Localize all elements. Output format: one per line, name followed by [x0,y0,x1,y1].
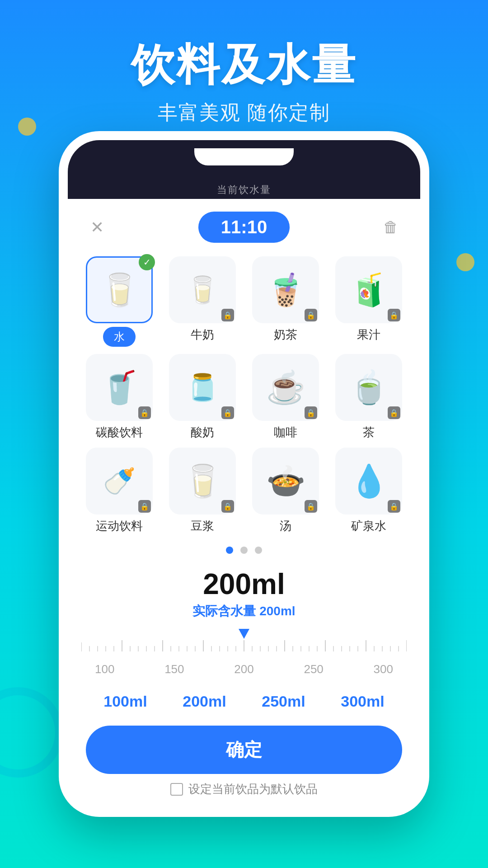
lock-badge-coffee: 🔒 [305,406,317,419]
drink-icon-soda: 🥤 🔒 [86,354,153,421]
drink-item-water[interactable]: 🥛 ✓ 水 [81,256,157,347]
default-checkbox-area[interactable]: 设定当前饮品为默认饮品 [68,781,420,808]
top-bar: ✕ 11:10 🗑 [68,199,420,252]
lock-badge-soda: 🔒 [138,406,151,419]
drink-item-yogurt[interactable]: 🫙 🔒 酸奶 [164,354,240,440]
drink-icon-soup: 🍲 🔒 [252,448,319,514]
drink-item-soy[interactable]: 🥛 🔒 豆浆 [164,448,240,534]
lock-badge-soup: 🔒 [305,500,317,513]
lock-badge-juice: 🔒 [388,309,400,321]
page-dot-2[interactable] [240,547,248,554]
volume-display: 200ml 实际含水量 200ml [68,563,420,622]
drink-name-soy: 豆浆 [191,518,214,534]
drink-name-water: 水 [103,327,136,347]
drink-item-soup[interactable]: 🍲 🔒 汤 [248,448,324,534]
drink-name-milk: 牛奶 [191,327,214,343]
status-bar: 当前饮水量 [68,181,420,199]
drink-item-tea[interactable]: 🍵 🔒 茶 [331,354,407,440]
drink-icon-sport: 🍼 🔒 [86,448,153,514]
close-button[interactable]: ✕ [86,218,108,237]
delete-button[interactable]: 🗑 [380,218,402,236]
lock-badge-soy: 🔒 [221,500,234,513]
drink-icon-soy: 🥛 🔒 [169,448,236,514]
ruler-area[interactable]: 100 150 200 250 300 [68,622,420,680]
drink-name-juice: 果汁 [357,327,380,343]
volume-main: 200ml [68,567,420,601]
status-text: 当前饮水量 [217,183,271,197]
drink-name-soup: 汤 [280,518,291,534]
drink-icon-water: 🥛 ✓ [86,256,153,323]
lock-badge-sport: 🔒 [138,500,151,513]
drink-name-soda: 碳酸饮料 [96,425,143,440]
ruler-label-150: 150 [164,662,184,676]
ruler-marker [239,629,249,639]
phone-body: 当前饮水量 ✕ 11:10 🗑 🥛 ✓ 水 [59,131,429,817]
page-dot-1[interactable] [226,547,233,554]
quick-volumes: 100ml 200ml 250ml 300ml [68,680,420,721]
drink-icon-tea: 🍵 🔒 [335,354,402,421]
ruler-label-250: 250 [304,662,323,676]
drink-icon-juice: 🧃 🔒 [335,256,402,323]
ruler-label-300: 300 [374,662,393,676]
page-subtitle: 丰富美观 随你定制 [0,99,488,126]
phone-notch-area [68,140,420,181]
drink-item-milk[interactable]: 🥛 🔒 牛奶 [164,256,240,347]
quick-vol-100[interactable]: 100ml [96,689,154,714]
drink-icon-milktea: 🧋 🔒 [252,256,319,323]
check-badge-water: ✓ [139,254,155,270]
drink-grid: 🥛 ✓ 水 🥛 🔒 牛奶 🧋 � [68,252,420,543]
quick-vol-300[interactable]: 300ml [333,689,391,714]
drink-name-sport: 运动饮料 [96,518,143,534]
page-dot-3[interactable] [255,547,262,554]
ruler-label-200: 200 [234,662,253,676]
drink-item-juice[interactable]: 🧃 🔒 果汁 [331,256,407,347]
pagination [68,543,420,563]
drink-name-yogurt: 酸奶 [191,425,214,440]
time-display: 11:10 [198,212,290,243]
app-content: ✕ 11:10 🗑 🥛 ✓ 水 🥛 🔒 [68,199,420,808]
deco-circle-topright [456,253,474,271]
drink-name-tea: 茶 [363,425,375,440]
page-title: 饮料及水量 [0,36,488,95]
confirm-button[interactable]: 确定 [86,726,402,774]
lock-badge-milk: 🔒 [221,309,234,321]
drink-item-milktea[interactable]: 🧋 🔒 奶茶 [248,256,324,347]
drink-icon-mineral: 💧 🔒 [335,448,402,514]
header: 饮料及水量 丰富美观 随你定制 [0,0,488,144]
ruler-label-100: 100 [95,662,114,676]
notch [194,148,294,165]
volume-sub: 实际含水量 200ml [68,603,420,620]
quick-vol-200[interactable]: 200ml [175,689,233,714]
lock-badge-milktea: 🔒 [305,309,317,321]
drink-icon-yogurt: 🫙 🔒 [169,354,236,421]
lock-badge-mineral: 🔒 [388,500,400,513]
quick-vol-250[interactable]: 250ml [254,689,312,714]
drink-icon-milk: 🥛 🔒 [169,256,236,323]
lock-badge-yogurt: 🔒 [221,406,234,419]
drink-icon-coffee: ☕ 🔒 [252,354,319,421]
drink-name-mineral: 矿泉水 [351,518,386,534]
drink-name-milktea: 奶茶 [274,327,297,343]
ruler-container [81,629,407,660]
drink-item-soda[interactable]: 🥤 🔒 碳酸饮料 [81,354,157,440]
drink-item-sport[interactable]: 🍼 🔒 运动饮料 [81,448,157,534]
default-checkbox-input[interactable] [170,783,183,796]
deco-ring [0,687,63,778]
lock-badge-tea: 🔒 [388,406,400,419]
ruler-labels: 100 150 200 250 300 [81,660,407,676]
drink-item-coffee[interactable]: ☕ 🔒 咖啡 [248,354,324,440]
default-checkbox-label: 设定当前饮品为默认饮品 [188,781,318,797]
phone-mockup: 当前饮水量 ✕ 11:10 🗑 🥛 ✓ 水 [59,131,429,817]
drink-name-coffee: 咖啡 [274,425,297,440]
drink-item-mineral[interactable]: 💧 🔒 矿泉水 [331,448,407,534]
